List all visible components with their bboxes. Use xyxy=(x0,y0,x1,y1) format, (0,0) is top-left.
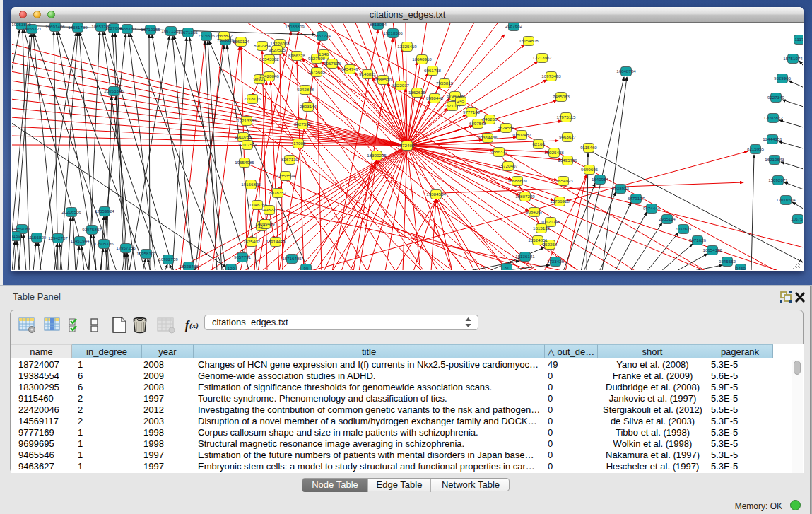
svg-text:7515526: 7515526 xyxy=(198,33,216,38)
svg-text:1910755: 1910755 xyxy=(235,134,252,139)
svg-text:120: 120 xyxy=(228,266,235,270)
svg-text:(x): (x) xyxy=(189,321,199,330)
svg-text:16210643: 16210643 xyxy=(765,157,784,162)
svg-text:8878352: 8878352 xyxy=(269,190,287,195)
svg-text:8454749: 8454749 xyxy=(341,66,359,71)
svg-text:13325419: 13325419 xyxy=(397,44,417,49)
svg-text:8427552: 8427552 xyxy=(294,122,312,127)
svg-text:12444151: 12444151 xyxy=(763,136,782,141)
svg-text:10654112: 10654112 xyxy=(702,247,722,252)
svg-text:93975867: 93975867 xyxy=(82,227,102,232)
svg-text:19166825: 19166825 xyxy=(241,182,261,187)
svg-text:19384554: 19384554 xyxy=(426,192,446,197)
svg-text:8990448: 8990448 xyxy=(426,95,444,100)
svg-text:16782759: 16782759 xyxy=(158,257,178,262)
svg-text:5498222: 5498222 xyxy=(261,207,278,212)
svg-text:1640954: 1640954 xyxy=(592,177,609,182)
svg-text:6961758: 6961758 xyxy=(424,68,442,73)
svg-text:11156829: 11156829 xyxy=(28,235,47,240)
svg-text:9159: 9159 xyxy=(12,233,20,238)
svg-text:2935114: 2935114 xyxy=(659,216,676,221)
svg-text:10025438: 10025438 xyxy=(544,150,564,155)
svg-text:3624554: 3624554 xyxy=(498,125,515,130)
svg-text:12923468: 12923468 xyxy=(179,264,199,269)
svg-text:10973493: 10973493 xyxy=(541,74,561,78)
svg-text:18640910: 18640910 xyxy=(412,57,432,62)
svg-text:16543362: 16543362 xyxy=(259,57,279,62)
svg-text:252254: 252254 xyxy=(543,242,558,247)
svg-text:17016504: 17016504 xyxy=(776,197,796,202)
svg-text:8322037: 8322037 xyxy=(392,83,410,88)
svg-text:1621072: 1621072 xyxy=(444,103,461,108)
svg-text:10958107: 10958107 xyxy=(136,251,156,256)
svg-text:7625402: 7625402 xyxy=(243,239,261,244)
svg-text:9329966: 9329966 xyxy=(774,76,792,81)
svg-text:7485063: 7485063 xyxy=(553,94,570,99)
svg-text:17975115: 17975115 xyxy=(556,115,576,119)
svg-text:8813054: 8813054 xyxy=(370,23,387,27)
svg-text:8267130: 8267130 xyxy=(281,157,299,162)
svg-text:1733426: 1733426 xyxy=(547,259,565,264)
svg-text:9245652: 9245652 xyxy=(719,259,736,264)
svg-text:19218506: 19218506 xyxy=(383,30,403,35)
svg-text:8660124: 8660124 xyxy=(233,39,250,44)
svg-text:10756928: 10756928 xyxy=(550,199,570,204)
svg-text:15136141: 15136141 xyxy=(515,254,535,259)
svg-text:18724007: 18724007 xyxy=(397,143,417,148)
svg-text:6479197: 6479197 xyxy=(628,196,645,201)
svg-text:9115460: 9115460 xyxy=(580,145,597,150)
svg-text:10107534: 10107534 xyxy=(237,142,257,147)
svg-text:4859061: 4859061 xyxy=(13,226,31,231)
svg-text:1117: 1117 xyxy=(795,37,803,42)
svg-text:8471626: 8471626 xyxy=(689,238,707,243)
svg-text:9699695: 9699695 xyxy=(581,167,599,172)
svg-text:23420046: 23420046 xyxy=(259,74,279,78)
svg-text:9827505: 9827505 xyxy=(269,47,286,52)
svg-text:7955812: 7955812 xyxy=(436,81,454,86)
svg-text:1546: 1546 xyxy=(319,52,329,57)
svg-text:20053346: 20053346 xyxy=(104,88,124,93)
svg-text:16648784: 16648784 xyxy=(616,69,636,74)
svg-text:62160: 62160 xyxy=(532,141,545,146)
svg-text:20691406: 20691406 xyxy=(45,24,65,29)
svg-text:9327508: 9327508 xyxy=(308,56,326,61)
svg-text:10807487: 10807487 xyxy=(512,132,531,137)
svg-text:9474444: 9474444 xyxy=(643,206,661,211)
svg-text:9450: 9450 xyxy=(736,266,746,270)
svg-text:16154808: 16154808 xyxy=(519,38,539,43)
svg-text:7588520: 7588520 xyxy=(375,77,392,82)
svg-text:7386372: 7386372 xyxy=(490,149,508,154)
svg-text:12213383: 12213383 xyxy=(237,118,257,123)
svg-text:9084067: 9084067 xyxy=(526,209,543,214)
svg-text:8186328: 8186328 xyxy=(288,53,306,58)
svg-text:12093872: 12093872 xyxy=(763,115,783,120)
svg-text:3675685: 3675685 xyxy=(308,69,326,74)
svg-text:7032621: 7032621 xyxy=(675,226,693,231)
svg-text:16914479: 16914479 xyxy=(266,239,286,244)
svg-text:15692071: 15692071 xyxy=(768,177,788,182)
svg-text:1615132: 1615132 xyxy=(533,226,551,230)
svg-text:6497568: 6497568 xyxy=(469,121,487,126)
svg-text:12213967: 12213967 xyxy=(532,55,552,60)
svg-text:417008: 417008 xyxy=(291,141,306,146)
svg-text:9463627: 9463627 xyxy=(559,134,577,139)
svg-text:9146821: 9146821 xyxy=(359,71,377,76)
svg-text:2967608: 2967608 xyxy=(324,61,341,66)
svg-text:14055721: 14055721 xyxy=(22,26,42,31)
svg-text:9227349: 9227349 xyxy=(767,95,785,100)
svg-text:2803144: 2803144 xyxy=(300,104,317,109)
svg-text:2087682: 2087682 xyxy=(505,23,523,28)
svg-text:18381739: 18381739 xyxy=(68,25,88,30)
svg-text:10046768: 10046768 xyxy=(247,202,267,207)
svg-text:12505185: 12505185 xyxy=(94,241,114,246)
svg-text:9657791: 9657791 xyxy=(234,255,252,259)
svg-text:17359924: 17359924 xyxy=(95,209,114,214)
svg-text:99: 99 xyxy=(304,266,309,270)
svg-text:13226058: 13226058 xyxy=(270,41,290,46)
svg-text:10671355: 10671355 xyxy=(178,30,198,35)
svg-text:9777169: 9777169 xyxy=(463,110,481,115)
svg-text:18807249: 18807249 xyxy=(515,194,535,199)
svg-text:6466160: 6466160 xyxy=(119,26,136,31)
svg-text:10120746: 10120746 xyxy=(541,219,560,224)
svg-text:19654985: 19654985 xyxy=(235,160,254,165)
